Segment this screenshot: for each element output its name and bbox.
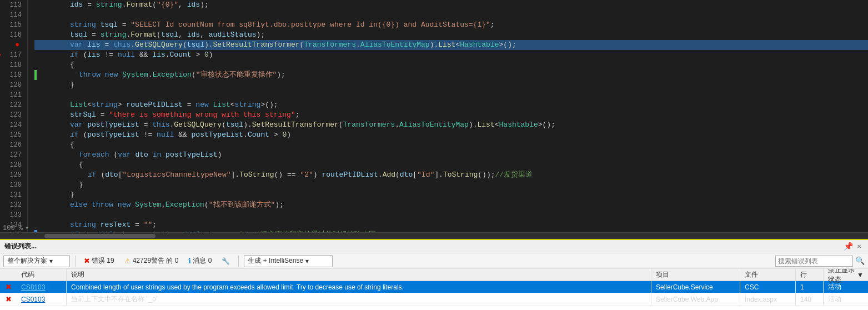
line-number-128[interactable]: 128: [6, 160, 22, 170]
line-number-115[interactable]: 115: [6, 20, 22, 30]
error-row-1[interactable]: ✖ CS0103 当前上下文中不存在名称 "_o" SellerCube.Web…: [0, 293, 868, 306]
line-number-121[interactable]: 121: [6, 90, 22, 100]
error-code-link-0[interactable]: CS8103: [21, 283, 45, 291]
code-line-122: [34, 90, 868, 100]
line-number-113[interactable]: 113: [6, 0, 22, 10]
code-line-120: throw new System.Exception("审核状态不能重复操作")…: [34, 70, 868, 80]
col-suppress-header[interactable]: 禁止显示状态 ▼: [824, 269, 868, 281]
bottom-panel: 错误列表... 📌 ✕ 整个解决方案 ▾ ✖ 错误 19 ⚠ 42729警告 的…: [0, 239, 868, 310]
line-number-132[interactable]: 132: [6, 200, 22, 210]
line-numbers-gutter: 113114115116●117118119120121122123124125…: [0, 0, 28, 232]
build-dropdown-icon: ▾: [305, 257, 309, 265]
zoom-dropdown-icon[interactable]: ▾: [25, 224, 29, 232]
line-number-131[interactable]: 131: [6, 190, 22, 200]
code-line-118: if (lis != null && lis.Count > 0): [34, 50, 868, 60]
row-error-icon-0: ✖: [6, 283, 12, 291]
warning-filter-btn[interactable]: ⚠ 42729警告 的 0: [121, 256, 182, 266]
code-content[interactable]: ids = string.Format("{0}", ids); string …: [28, 0, 868, 232]
code-line-121: }: [34, 80, 868, 90]
info-filter-btn[interactable]: ℹ 消息 0: [185, 256, 215, 266]
separator-2: [238, 256, 239, 267]
col-file-header[interactable]: 文件: [740, 269, 796, 281]
code-line-131: }: [34, 180, 868, 190]
error-label: 错误 19: [92, 256, 114, 266]
code-line-133: else throw new System.Exception("找不到该邮递方…: [34, 200, 868, 210]
line-number-127[interactable]: 127: [6, 150, 22, 160]
panel-controls: 📌 ✕: [844, 242, 864, 251]
code-line-125: var postTypeList = this.GetSQLQuery(tsql…: [34, 120, 868, 130]
scope-dropdown-icon: ▾: [49, 257, 53, 265]
line-number-114[interactable]: 114: [6, 10, 22, 20]
error-icon: ✖: [84, 257, 90, 265]
col-desc-header[interactable]: 说明: [67, 269, 651, 281]
code-line-127: {: [34, 140, 868, 150]
code-line-130: if (dto["LogisticsChanneltypeNew"].ToStr…: [34, 170, 868, 180]
col-icon-header: [0, 269, 17, 281]
sort-icon: ▼: [857, 271, 864, 279]
scrollbar-thumb[interactable]: [44, 234, 155, 238]
row-icon-0: ✖: [0, 281, 17, 293]
error-row-0[interactable]: ✖ CS8103 Combined length of user strings…: [0, 281, 868, 293]
col-line-header[interactable]: 行: [796, 269, 824, 281]
filter-icon: 🔧: [222, 257, 230, 265]
code-line-124: strSql = "there is something wrong with …: [34, 110, 868, 120]
scope-dropdown[interactable]: 整个解决方案 ▾: [3, 255, 70, 267]
code-line-115: string tsql = "SELECT Id countNum from s…: [34, 20, 868, 30]
error-table-header: 代码 说明 项目 文件 行 禁止显示状态 ▼: [0, 269, 868, 281]
row-file-0: CSC: [740, 281, 796, 293]
error-code-link-1[interactable]: CS0103: [21, 296, 45, 303]
line-number-122[interactable]: 122: [6, 100, 22, 110]
panel-pin-btn[interactable]: 📌: [844, 242, 852, 251]
line-number-125[interactable]: 125: [6, 130, 22, 140]
editor-area: 113114115116●117118119120121122123124125…: [0, 0, 868, 239]
line-number-118[interactable]: 118: [6, 60, 22, 70]
warning-label: 42729警告 的 0: [133, 256, 179, 266]
code-line-114: [34, 10, 868, 20]
panel-title-bar: 错误列表... 📌 ✕: [0, 240, 868, 253]
col-project-header[interactable]: 项目: [651, 269, 740, 281]
row-desc-0: Combined length of user strings used by …: [67, 281, 651, 293]
row-line-0: 1: [796, 281, 824, 293]
line-number-120[interactable]: 120: [6, 80, 22, 90]
line-number-124[interactable]: 124: [6, 120, 22, 130]
code-line-117: var lis = this.GetSQLQuery(tsql).SetResu…: [34, 40, 868, 50]
row-suppress-1: 活动: [824, 293, 868, 305]
code-line-129: {: [34, 160, 868, 170]
row-code-0: CS8103: [17, 281, 67, 293]
panel-close-btn[interactable]: ✕: [855, 242, 864, 251]
build-dropdown[interactable]: 生成 + IntelliSense ▾: [244, 255, 333, 267]
line-number-133[interactable]: 133: [6, 210, 22, 220]
line-number-130[interactable]: 130: [6, 180, 22, 190]
line-number-117[interactable]: 117: [6, 50, 22, 60]
info-label: 消息 0: [193, 256, 212, 266]
row-line-1: 140: [796, 293, 824, 305]
zoom-indicator: 100 % ▾: [3, 224, 29, 232]
code-line-135: string resText = "";: [34, 220, 868, 230]
build-label: 生成 + IntelliSense: [248, 256, 303, 266]
col-code-header[interactable]: 代码: [17, 269, 67, 281]
filter-icon-btn[interactable]: 🔧: [218, 257, 233, 266]
row-project-0: SellerCube.Service: [651, 281, 740, 293]
search-error-input[interactable]: [775, 256, 853, 267]
row-file-1: Index.aspx: [740, 293, 796, 305]
line-number-123[interactable]: 123: [6, 110, 22, 120]
panel-title: 错误列表...: [4, 242, 37, 251]
search-icon[interactable]: 🔍: [855, 256, 865, 266]
zoom-value: 100 %: [3, 224, 23, 232]
row-error-icon-1: ✖: [6, 295, 12, 303]
error-filter-btn[interactable]: ✖ 错误 19: [81, 256, 118, 266]
error-rows-container: ✖ CS8103 Combined length of user strings…: [0, 281, 868, 306]
line-number-126[interactable]: 126: [6, 140, 22, 150]
line-number-116[interactable]: 116: [6, 30, 22, 40]
horizontal-scrollbar[interactable]: [0, 232, 868, 239]
code-line-119: {: [34, 60, 868, 70]
error-table: 代码 说明 项目 文件 行 禁止显示状态 ▼ ✖ CS8103 Combined…: [0, 269, 868, 310]
row-suppress-0: 活动: [824, 281, 868, 293]
info-icon: ℹ: [188, 257, 191, 265]
line-number-129[interactable]: 129: [6, 170, 22, 180]
code-line-128: foreach (var dto in postTypeList): [34, 150, 868, 160]
code-line-132: }: [34, 190, 868, 200]
line-number-119[interactable]: 119: [6, 70, 22, 80]
row-desc-1: 当前上下文中不存在名称 "_o": [67, 293, 651, 305]
error-list-toolbar: 整个解决方案 ▾ ✖ 错误 19 ⚠ 42729警告 的 0 ℹ 消息 0 🔧 …: [0, 253, 868, 269]
